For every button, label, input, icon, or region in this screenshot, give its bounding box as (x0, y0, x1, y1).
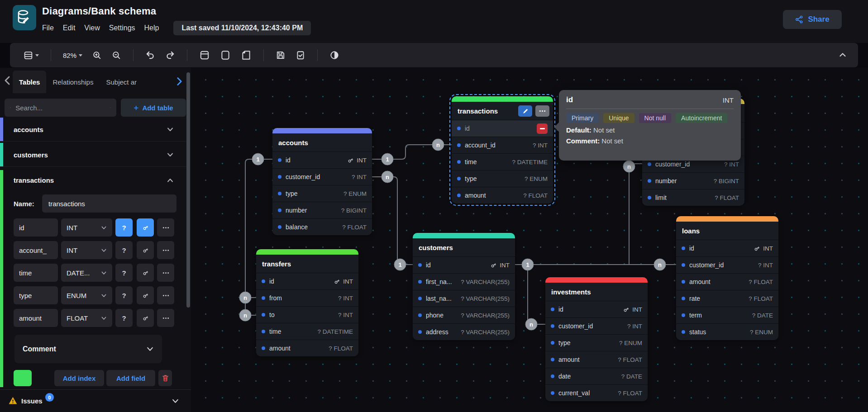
issues-bar[interactable]: Issues 0 (0, 389, 191, 412)
table-field-row[interactable]: time? DATETIME (452, 153, 553, 170)
table-field-row[interactable]: idINT (256, 273, 358, 289)
search-input[interactable] (15, 104, 105, 112)
add-table-button[interactable]: + Add table (121, 99, 186, 117)
theme-toggle-button[interactable] (328, 48, 341, 62)
table-field-row[interactable]: first_na...? VARCHAR(255) (413, 273, 515, 290)
relationship-line[interactable] (372, 177, 413, 265)
tabs-scroll-left-button[interactable] (4, 76, 11, 85)
nullable-toggle[interactable]: ? (115, 286, 133, 304)
sidebar-scrollbar[interactable] (186, 70, 191, 386)
table-field-row[interactable]: to? INT (256, 306, 358, 323)
add-index-button[interactable]: Add index (54, 370, 104, 386)
field-type-select[interactable]: ENUM (61, 286, 112, 304)
canvas-table-accounts[interactable]: accountsidINTcustomer_id? INTtype? ENUMn… (272, 128, 372, 235)
tab-subject-areas[interactable]: Subject ar (100, 71, 143, 93)
chevron-down-icon[interactable] (167, 126, 174, 133)
tabs-scroll-right-button[interactable] (176, 77, 183, 86)
table-field-row[interactable]: idINT (676, 240, 778, 256)
field-more-button[interactable] (157, 309, 174, 327)
field-name-input[interactable]: id (14, 218, 58, 237)
table-field-row[interactable]: current_val? FLOAT (545, 384, 648, 401)
field-name-input[interactable]: account_ (14, 241, 58, 259)
table-name-input[interactable] (42, 194, 176, 213)
table-field-row[interactable]: term? DATE (676, 307, 778, 323)
canvas-table-investments[interactable]: investmentsidINTcustomer_id? INTtype? EN… (545, 277, 648, 401)
remove-field-button[interactable] (537, 123, 548, 134)
layout-menu-button[interactable] (22, 49, 41, 62)
nullable-toggle[interactable]: ? (115, 241, 133, 259)
field-type-select[interactable]: DATE... (61, 264, 112, 282)
nullable-toggle[interactable]: ? (115, 264, 133, 282)
add-field-button[interactable]: Add field (106, 370, 155, 386)
table-field-row[interactable]: id (452, 120, 553, 137)
field-type-select[interactable]: FLOAT (61, 309, 112, 327)
nullable-toggle[interactable]: ? (115, 218, 133, 237)
table-field-row[interactable]: account_id? INT (452, 137, 553, 153)
table-field-row[interactable]: idINT (545, 301, 648, 317)
table-field-row[interactable]: phone? VARCHAR(255) (413, 307, 515, 323)
diagram-canvas[interactable]: 1nn1nn11nnn accountsidINTcustomer_id? IN… (191, 68, 868, 412)
table-field-row[interactable]: number? BIGINT (642, 172, 744, 189)
undo-button[interactable] (143, 48, 157, 62)
delete-table-button[interactable] (158, 370, 172, 386)
edit-table-button[interactable] (518, 105, 532, 117)
redo-button[interactable] (163, 48, 177, 62)
table-field-row[interactable]: type? ENUM (545, 334, 648, 351)
chevron-up-icon[interactable] (167, 177, 174, 184)
zoom-out-button[interactable] (110, 49, 123, 62)
menu-item-settings[interactable]: Settings (109, 24, 135, 32)
table-more-button[interactable] (535, 105, 549, 117)
table-field-row[interactable]: amount? FLOAT (676, 273, 778, 290)
menu-item-edit[interactable]: Edit (63, 24, 76, 32)
canvas-table-customers[interactable]: customersidINTfirst_na...? VARCHAR(255)l… (413, 233, 515, 340)
field-name-input[interactable]: amount (14, 309, 58, 327)
table-search-select[interactable] (5, 99, 116, 117)
relationship-line[interactable] (629, 164, 642, 265)
primary-key-toggle[interactable] (137, 218, 154, 237)
accordion-item-transactions[interactable]: transactions (0, 168, 186, 192)
primary-key-toggle[interactable] (137, 264, 154, 282)
zoom-level-dropdown[interactable]: 82% (61, 50, 84, 61)
table-field-row[interactable]: balance? FLOAT (272, 218, 372, 235)
table-field-row[interactable]: customer_id? INT (272, 168, 372, 185)
field-type-select[interactable]: INT (61, 218, 112, 237)
issues-collapse-button[interactable] (172, 397, 179, 405)
table-field-row[interactable]: amount? FLOAT (256, 340, 358, 356)
primary-key-toggle[interactable] (137, 286, 154, 304)
table-field-row[interactable]: from? INT (256, 289, 358, 306)
table-field-row[interactable]: amount? FLOAT (452, 187, 553, 204)
table-color-swatch[interactable] (14, 370, 32, 386)
menu-item-file[interactable]: File (42, 24, 54, 32)
menu-item-view[interactable]: View (84, 24, 100, 32)
field-name-input[interactable]: type (14, 286, 58, 304)
add-area-button[interactable] (218, 48, 233, 62)
canvas-table-transfers[interactable]: transfersidINTfrom? INTto? INTtime? DATE… (256, 249, 358, 356)
tab-tables[interactable]: Tables (13, 71, 46, 93)
toolbar-collapse-button[interactable] (838, 50, 847, 59)
scrollbar-thumb[interactable] (186, 72, 190, 308)
field-more-button[interactable] (157, 286, 174, 304)
table-field-row[interactable]: amount? FLOAT (545, 351, 648, 368)
relationship-line[interactable] (528, 265, 545, 324)
table-field-row[interactable]: time? DATETIME (256, 323, 358, 340)
field-more-button[interactable] (157, 241, 174, 259)
add-table-tool-button[interactable] (197, 48, 212, 62)
table-field-row[interactable]: limit? FLOAT (642, 189, 744, 206)
table-field-row[interactable]: number? BIGINT (272, 202, 372, 218)
primary-key-toggle[interactable] (137, 241, 154, 259)
menu-item-help[interactable]: Help (144, 24, 159, 32)
canvas-table-loans[interactable]: loansidINTcustomer_id? INTamount? FLOATr… (676, 216, 778, 340)
save-button[interactable] (274, 48, 287, 62)
table-field-row[interactable]: last_na...? VARCHAR(255) (413, 290, 515, 307)
share-button[interactable]: Share (783, 10, 842, 29)
field-more-button[interactable] (157, 264, 174, 282)
table-field-row[interactable]: address? VARCHAR(255) (413, 323, 515, 340)
table-field-row[interactable]: customer_id? INT (676, 256, 778, 273)
save-as-button[interactable] (294, 48, 307, 62)
tab-relationships[interactable]: Relationships (46, 71, 100, 93)
table-field-row[interactable]: rate? FLOAT (676, 290, 778, 307)
chevron-down-icon[interactable] (167, 151, 174, 158)
table-field-row[interactable]: type? ENUM (452, 170, 553, 187)
table-field-row[interactable]: status? ENUM (676, 323, 778, 340)
table-field-row[interactable]: customer_id? INT (545, 317, 648, 334)
